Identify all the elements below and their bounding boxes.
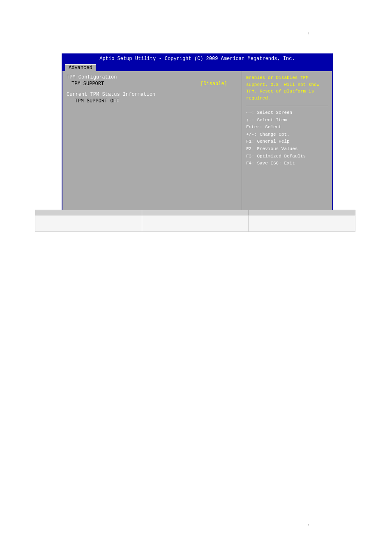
table-cell-1-1 [35, 215, 142, 232]
apostrophe-bottom: ' [307, 524, 310, 530]
section-tpm-config-label: TPM Configuration [67, 74, 238, 80]
bios-help-text: Enables or Disables TPM support. O.S. wi… [246, 74, 328, 102]
tpm-support-value: [Disable] [201, 81, 238, 87]
key-f2: F2: Previous Values [246, 146, 328, 153]
tpm-support-item[interactable]: TPM SUPPORT [Disable] [67, 81, 238, 87]
section-current-tpm-label: Current TPM Status Information [67, 92, 238, 97]
bios-key-help: ←→: Select Screen ↑↓: Select Item Enter:… [246, 106, 328, 167]
bios-tab-row: Advanced [62, 63, 332, 71]
key-f3: F3: Optimized Defaults [246, 153, 328, 160]
bios-title: Aptio Setup Utility - Copyright (C) 2009… [62, 54, 332, 63]
bios-left-panel: TPM Configuration TPM SUPPORT [Disable] … [62, 71, 242, 211]
key-f4-esc: F4: Save ESC: Exit [246, 160, 328, 167]
key-change-opt: +/-: Change Opt. [246, 131, 328, 139]
key-enter: Enter: Select [246, 124, 328, 131]
bios-window: Aptio Setup Utility - Copyright (C) 2009… [62, 53, 333, 219]
table-header-col2 [142, 210, 249, 215]
key-select-item: ↑↓: Select Item [246, 117, 328, 124]
apostrophe-top: ' [307, 32, 310, 39]
bios-right-panel: Enables or Disables TPM support. O.S. wi… [242, 71, 332, 211]
tab-advanced[interactable]: Advanced [65, 64, 96, 71]
table-header-col1 [35, 210, 142, 215]
bios-main-area: TPM Configuration TPM SUPPORT [Disable] … [62, 71, 332, 211]
tpm-support-off-label: TPM SUPPORT OFF [67, 98, 238, 104]
tpm-support-label: TPM SUPPORT [71, 81, 201, 87]
table-cell-1-2 [142, 215, 249, 232]
table-cell-1-3 [249, 215, 355, 232]
key-f1: F1: General Help [246, 138, 328, 146]
key-select-screen: ←→: Select Screen [246, 109, 328, 117]
table-header-col3 [249, 210, 355, 215]
data-table-section [35, 210, 355, 232]
data-table [35, 210, 355, 232]
table-row [35, 215, 355, 232]
